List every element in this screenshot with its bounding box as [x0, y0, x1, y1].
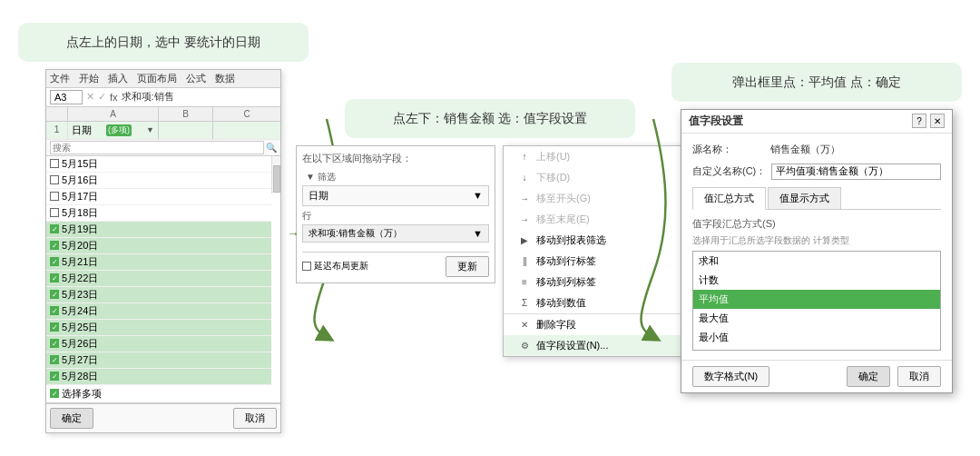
- date-item-0520[interactable]: 5月20日: [46, 238, 271, 254]
- checkbox-0517[interactable]: [50, 192, 59, 201]
- date-item-0528[interactable]: 5月28日: [46, 369, 271, 385]
- pivot-field-arrow-icon[interactable]: ▼: [473, 190, 483, 201]
- date-label-0520: 5月20日: [62, 239, 98, 253]
- ribbon-file[interactable]: 文件: [50, 72, 70, 85]
- defer-checkbox[interactable]: [302, 262, 311, 271]
- pivot-date-field[interactable]: 日期 ▼: [302, 185, 489, 206]
- context-menu-down-label: 下移(D): [536, 171, 570, 184]
- ribbon-layout[interactable]: 页面布局: [137, 72, 177, 85]
- tab-display[interactable]: 值显示方式: [768, 187, 841, 209]
- dialog-titlebar: 值字段设置 ? ✕: [681, 110, 952, 134]
- pivot-row-field[interactable]: 求和项:销售金额（万） ▼ →: [302, 224, 489, 243]
- scrollbar-thumb[interactable]: [273, 165, 280, 193]
- grid-header: A B C: [46, 107, 280, 122]
- ribbon-insert[interactable]: 插入: [108, 72, 128, 85]
- pivot-drag-label: 在以下区域间拖动字段：: [302, 152, 489, 165]
- formula-bar: A3 ✕ ✓ fx: [46, 88, 280, 107]
- excel-ribbon: 文件 开始 插入 页面布局 公式 数据: [46, 70, 280, 88]
- date-search-input[interactable]: [50, 141, 264, 154]
- formula-input[interactable]: [122, 92, 277, 103]
- checkbox-0518[interactable]: [50, 208, 59, 217]
- listbox-item-average[interactable]: 平均值: [693, 290, 940, 309]
- date-label-0524: 5月24日: [62, 304, 98, 318]
- date-item-0522[interactable]: 5月22日: [46, 271, 271, 287]
- date-item-0521[interactable]: 5月21日: [46, 254, 271, 271]
- down-icon: ↓: [518, 173, 531, 183]
- context-menu-up-label: 上移(U): [536, 150, 570, 164]
- listbox-item-sum[interactable]: 求和: [693, 252, 940, 271]
- date-item-0523[interactable]: 5月23日: [46, 287, 271, 303]
- dialog-tabs: 值汇总方式 值显示方式: [692, 187, 941, 210]
- date-item-0519[interactable]: 5月19日: [46, 222, 271, 238]
- filter-dropdown-icon[interactable]: ▼: [146, 125, 154, 134]
- date-item-0524[interactable]: 5月24日: [46, 303, 271, 320]
- excel-footer-1: 确定 取消: [46, 403, 280, 432]
- dialog-question-btn[interactable]: ?: [912, 114, 926, 128]
- pivot-sum-label: 求和项:销售金额（万）: [309, 227, 402, 240]
- checkbox-0523[interactable]: [50, 290, 59, 299]
- date-item-0526[interactable]: 5月26日: [46, 336, 271, 352]
- date-item-0518[interactable]: 5月18日: [46, 205, 271, 222]
- row-1-date: 日期 (多项) ▼: [68, 122, 159, 139]
- checkbox-0521[interactable]: [50, 257, 59, 266]
- select-all-label: 选择多项: [62, 387, 102, 401]
- dialog-custom-row: 自定义名称(C)：: [692, 164, 941, 180]
- date-item-0517[interactable]: 5月17日: [46, 189, 271, 205]
- listbox-item-max[interactable]: 最大值: [693, 309, 940, 328]
- ribbon-home[interactable]: 开始: [79, 72, 99, 85]
- defer-update-row: 延迟布局更新: [302, 260, 368, 273]
- checkbox-0516[interactable]: [50, 175, 59, 184]
- dialog-custom-label: 自定义名称(C)：: [692, 164, 766, 178]
- number-format-button[interactable]: 数字格式(N): [692, 366, 769, 387]
- cell-reference: A3: [50, 90, 83, 104]
- search-submit-icon[interactable]: 🔍: [266, 143, 277, 153]
- date-item-0525[interactable]: 5月25日: [46, 320, 271, 336]
- listbox-item-min[interactable]: 最小值: [693, 328, 940, 347]
- panel2-layout: 在以下区域间拖动字段： ▼ 筛选 日期 ▼ 行 求和项:销售金额（万） ▼ →: [296, 145, 684, 357]
- tab-summary[interactable]: 值汇总方式: [692, 187, 766, 210]
- pivot-update-row: 延迟布局更新 更新: [302, 252, 489, 277]
- context-menu-tofilter-label: 移动到报表筛选: [536, 233, 606, 247]
- pivot-arrow-indicator: →: [287, 226, 299, 241]
- dialog-section-desc: 选择用于汇总所选字段数据的 计算类型: [692, 234, 941, 247]
- date-filter-badge: (多项): [106, 124, 132, 136]
- pivot-filter-label: ▼ 筛选: [302, 169, 489, 185]
- delete-icon: ✕: [518, 320, 531, 330]
- checkbox-0519[interactable]: [50, 224, 59, 233]
- defer-label: 延迟布局更新: [314, 260, 368, 273]
- pivot-date-label: 日期: [309, 189, 328, 203]
- date-label-0519: 5月19日: [62, 223, 98, 236]
- dialog-close-btn[interactable]: ✕: [930, 114, 945, 128]
- ok-button-1[interactable]: 确定: [50, 408, 93, 429]
- checkbox-0524[interactable]: [50, 306, 59, 315]
- select-all-checkbox[interactable]: [50, 389, 59, 398]
- date-item-0515[interactable]: 5月15日: [46, 156, 271, 173]
- dialog-custom-input[interactable]: [771, 164, 941, 180]
- checkbox-0527[interactable]: [50, 355, 59, 364]
- cancel-button-1[interactable]: 取消: [233, 408, 277, 429]
- cancel-button-3[interactable]: 取消: [897, 366, 941, 387]
- listbox-item-count[interactable]: 计数: [693, 271, 940, 290]
- col-c-header: C: [213, 107, 280, 121]
- date-item-0527[interactable]: 5月27日: [46, 352, 271, 369]
- listbox-item-product[interactable]: 乘积: [693, 347, 940, 351]
- date-item-0516[interactable]: 5月16日: [46, 173, 271, 189]
- checkbox-0525[interactable]: [50, 322, 59, 332]
- pivot-row-arrow-icon[interactable]: ▼: [473, 228, 483, 239]
- date-list-scrollbar[interactable]: [271, 156, 280, 193]
- update-button[interactable]: 更新: [446, 256, 489, 277]
- checkbox-0528[interactable]: [50, 372, 59, 381]
- ribbon-data[interactable]: 数据: [215, 72, 235, 85]
- checkbox-0515[interactable]: [50, 159, 59, 168]
- checkbox-0520[interactable]: [50, 241, 59, 250]
- row-num-header: [46, 107, 68, 121]
- checkbox-0522[interactable]: [50, 273, 59, 283]
- checkbox-0526[interactable]: [50, 339, 59, 348]
- dialog-source-label: 源名称：: [692, 143, 765, 156]
- date-list: 5月15日 5月16日 5月17日 5月18日 5月19日: [46, 156, 280, 385]
- toend-icon: →: [518, 214, 531, 224]
- ribbon-formula[interactable]: 公式: [186, 72, 206, 85]
- fieldsetting-icon: ⚙: [518, 341, 531, 351]
- ok-button-3[interactable]: 确定: [847, 366, 890, 387]
- calculation-listbox[interactable]: 求和 计数 平均值 最大值 最小值 乘积: [692, 251, 941, 351]
